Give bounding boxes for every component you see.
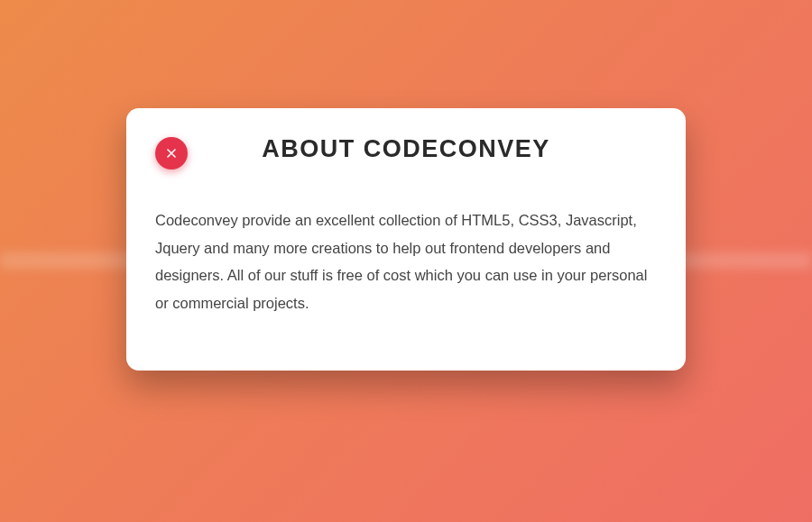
close-button[interactable] [155,137,188,169]
modal-title: ABOUT CODECONVEY [155,135,657,163]
modal-header: ABOUT CODECONVEY [155,135,657,163]
about-modal: ABOUT CODECONVEY Codeconvey provide an e… [126,108,686,371]
modal-body: Codeconvey provide an excellent collecti… [155,206,657,316]
close-icon [167,149,176,158]
